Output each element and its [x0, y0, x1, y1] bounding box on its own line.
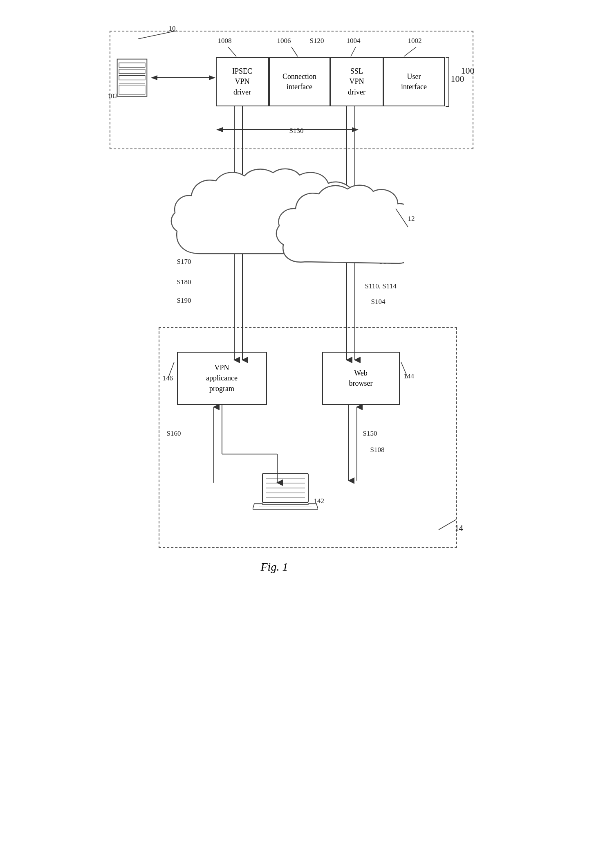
callout-146 [166, 360, 178, 380]
svg-line-12 [351, 47, 356, 56]
s130-arrow [216, 124, 359, 136]
ref-s160: S160 [167, 430, 181, 438]
ref-s108: S108 [370, 446, 385, 454]
ssl-box: SSL VPN driver [330, 57, 383, 106]
ref-s190: S190 [177, 297, 191, 305]
server-to-ipsec-arrow [150, 74, 216, 82]
server-icon [114, 57, 150, 98]
ipsec-to-vpn-arrows [226, 309, 267, 362]
ref-100-label: 100 [451, 74, 464, 84]
callout-14 [437, 515, 461, 532]
ref-142: 142 [314, 497, 325, 505]
diagram-area: 10 1008 1006 S120 1004 1002 100 102 [105, 25, 498, 822]
callout-144 [399, 360, 411, 380]
svg-line-14 [138, 31, 177, 39]
svg-line-20 [439, 519, 456, 530]
svg-rect-0 [117, 59, 147, 97]
ref-s180: S180 [177, 278, 191, 286]
ipsec-box: IPSEC VPN driver [216, 57, 269, 106]
user-interface-box: User interface [383, 57, 445, 106]
ssl-to-web-arrows [338, 309, 379, 362]
callout-12 [383, 205, 416, 229]
page: 10 1008 1006 S120 1004 1002 100 102 [0, 0, 603, 868]
connection-interface-box: Connection interface [269, 57, 330, 106]
vpn-to-laptop-arrow [187, 405, 302, 487]
ref-s150: S150 [363, 430, 377, 438]
svg-line-21 [168, 362, 174, 378]
svg-line-22 [401, 362, 408, 378]
ref-s104: S104 [371, 298, 386, 306]
svg-line-11 [291, 47, 298, 56]
ref-s110: S110, S114 [365, 282, 397, 290]
ref-102: 102 [108, 92, 118, 100]
web-to-laptop-arrow [318, 405, 400, 487]
svg-line-19 [396, 209, 408, 227]
fig-label: Fig. 1 [261, 560, 288, 573]
svg-line-10 [228, 47, 236, 56]
cloud-network [167, 164, 404, 278]
svg-line-13 [404, 47, 416, 56]
callout-lines-top [105, 25, 473, 57]
